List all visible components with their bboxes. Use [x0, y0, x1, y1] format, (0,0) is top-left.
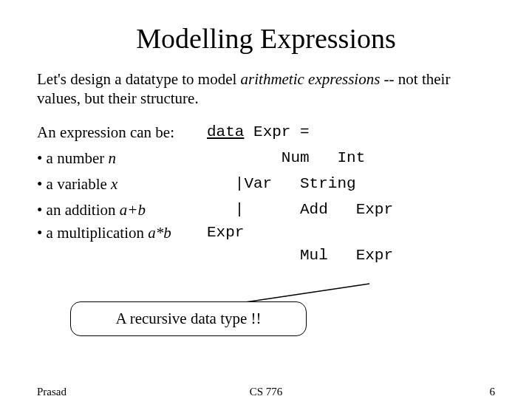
svg-line-0: [240, 284, 369, 303]
bullet-multiplication-var: a*b: [148, 224, 171, 242]
bullet-number-text: a number: [47, 149, 109, 167]
code-keyword-data: data: [207, 123, 244, 140]
bullet-addition-var: a+b: [120, 201, 146, 219]
code-line-mul: Mul Expr: [207, 247, 495, 264]
code-line-expr-cont: Expr: [207, 224, 495, 241]
code-line-add: | Add Expr: [207, 201, 495, 218]
lead-text: An expression can be:: [37, 123, 207, 142]
code-head-rest: Expr =: [244, 123, 309, 140]
intro-pre: Let's design a datatype to model: [37, 70, 241, 88]
bullet-number: • a number n: [37, 149, 207, 168]
bullet-number-var: n: [109, 149, 117, 167]
bullet-addition-text: an addition: [47, 201, 120, 219]
code-line-var: |Var String: [207, 175, 495, 192]
callout-box: A recursive data type !!: [70, 301, 307, 336]
bullet-variable-var: x: [111, 175, 117, 193]
bullet-addition: • an addition a+b: [37, 201, 207, 219]
bullet-variable-text: a variable: [47, 175, 111, 193]
intro-emphasis: arithmetic expressions: [241, 70, 381, 88]
footer-course: CS 776: [0, 386, 532, 398]
bullet-multiplication: • a multiplication a*b: [37, 224, 207, 242]
code-line-num: Num Int: [207, 149, 495, 166]
bullet-variable: • a variable x: [37, 175, 207, 194]
intro-paragraph: Let's design a datatype to model arithme…: [37, 69, 495, 109]
bullet-multiplication-text: a multiplication: [47, 224, 149, 242]
footer-page-number: 6: [490, 386, 496, 398]
slide-title: Modelling Expressions: [37, 22, 495, 55]
